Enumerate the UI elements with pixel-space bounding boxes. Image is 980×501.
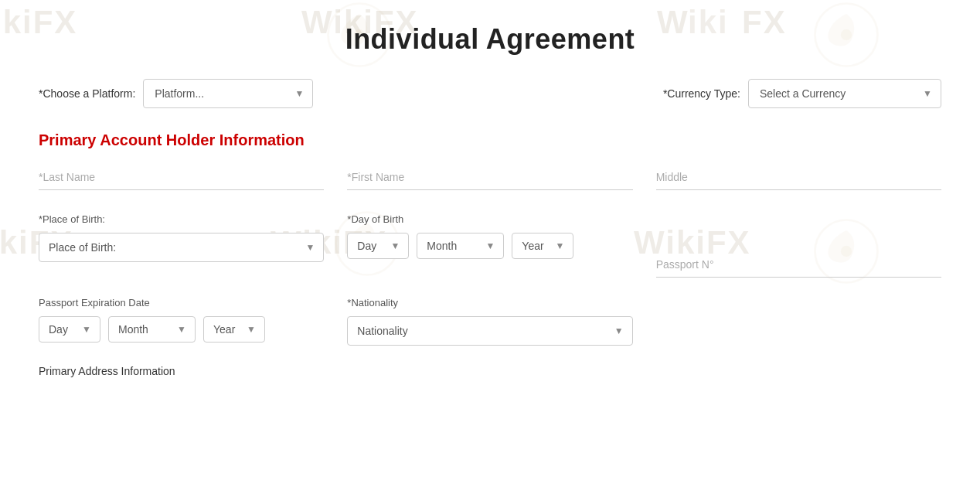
last-name-field — [39, 165, 324, 190]
expiry-day-dropdown[interactable]: Day Day12345678910 — [39, 316, 100, 343]
birth-year-dropdown[interactable]: Year Year202420232022202120202019 — [512, 233, 573, 259]
place-of-birth-group: *Place of Birth: Place of Birth: ▼ — [39, 213, 324, 262]
primary-address-label: Primary Address Information — [39, 365, 941, 377]
passport-input[interactable] — [656, 252, 941, 278]
expiry-month-wrapper: Month MonthJanuaryFebruaryMarchAprilMayJ… — [108, 316, 196, 343]
expiry-year-wrapper: Year Year202420232022202120202019 ▼ — [203, 316, 265, 343]
currency-label: *Currency Type: — [663, 87, 740, 100]
platform-label: *Choose a Platform: — [39, 87, 135, 100]
birth-year-wrapper: Year Year202420232022202120202019 ▼ — [512, 233, 573, 259]
expiry-year-dropdown[interactable]: Year Year202420232022202120202019 — [203, 316, 265, 343]
first-name-input[interactable] — [347, 165, 632, 190]
first-name-field — [347, 165, 632, 190]
birth-month-dropdown[interactable]: Month MonthJanuaryFebruaryMarchAprilMayJ… — [417, 233, 504, 259]
section-title: Primary Account Holder Information — [39, 131, 941, 149]
passport-expiry-label: Passport Expiration Date — [39, 297, 150, 308]
platform-dropdown[interactable]: Platform... — [143, 79, 313, 108]
place-of-birth-label: *Place of Birth: — [39, 213, 105, 225]
day-of-birth-group: *Day of Birth Day Day12345678910 ▼ Month… — [347, 213, 632, 259]
currency-dropdown[interactable]: Select a Currency — [748, 79, 941, 108]
day-of-birth-label: *Day of Birth — [347, 213, 403, 225]
expiry-day-wrapper: Day Day12345678910 ▼ — [39, 316, 100, 343]
birth-month-wrapper: Month MonthJanuaryFebruaryMarchAprilMayJ… — [417, 233, 504, 259]
nationality-dropdown[interactable]: Nationality — [347, 316, 632, 346]
expiry-month-dropdown[interactable]: Month MonthJanuaryFebruaryMarchAprilMayJ… — [108, 316, 196, 343]
birth-day-wrapper: Day Day12345678910 ▼ — [347, 233, 409, 259]
nationality-label: *Nationality — [347, 297, 398, 308]
middle-name-field — [656, 165, 941, 190]
last-name-input[interactable] — [39, 165, 324, 190]
page-title: Individual Agreement — [39, 23, 941, 56]
nationality-group: *Nationality Nationality ▼ — [347, 297, 632, 346]
passport-group — [656, 213, 941, 278]
middle-name-input[interactable] — [656, 165, 941, 190]
birth-day-dropdown[interactable]: Day Day12345678910 — [347, 233, 409, 259]
passport-expiry-group: Passport Expiration Date Day Day12345678… — [39, 297, 324, 343]
place-of-birth-dropdown[interactable]: Place of Birth: — [39, 233, 324, 262]
